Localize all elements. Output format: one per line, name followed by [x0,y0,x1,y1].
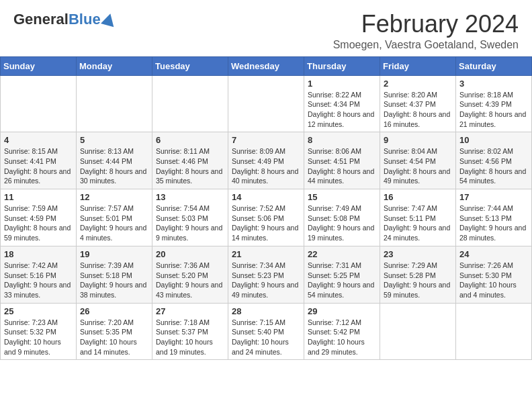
calendar-cell: 10Sunrise: 8:02 AM Sunset: 4:56 PM Dayli… [456,132,532,189]
calendar-cell: 3Sunrise: 8:18 AM Sunset: 4:39 PM Daylig… [456,75,532,132]
calendar-body: 1Sunrise: 8:22 AM Sunset: 4:34 PM Daylig… [1,75,532,360]
calendar-cell [77,75,152,132]
day-number: 14 [232,192,300,202]
day-number: 6 [156,135,224,145]
day-number: 2 [384,79,452,89]
calendar-cell: 12Sunrise: 7:57 AM Sunset: 5:01 PM Dayli… [77,189,152,246]
day-number: 22 [308,249,376,259]
day-info: Sunrise: 7:59 AM Sunset: 4:59 PM Dayligh… [4,203,73,243]
day-info: Sunrise: 8:18 AM Sunset: 4:39 PM Dayligh… [459,90,528,130]
day-number: 24 [459,249,528,259]
calendar-cell: 15Sunrise: 7:49 AM Sunset: 5:08 PM Dayli… [304,189,380,246]
logo-triangle-icon [101,12,117,28]
calendar-cell: 7Sunrise: 8:09 AM Sunset: 4:49 PM Daylig… [228,132,304,189]
calendar-cell: 13Sunrise: 7:54 AM Sunset: 5:03 PM Dayli… [152,189,228,246]
col-header-sunday: Sunday [1,56,77,75]
calendar-cell: 18Sunrise: 7:42 AM Sunset: 5:16 PM Dayli… [1,246,77,303]
logo: General Blue [13,11,116,28]
calendar-cell: 17Sunrise: 7:44 AM Sunset: 5:13 PM Dayli… [456,189,532,246]
day-info: Sunrise: 7:31 AM Sunset: 5:25 PM Dayligh… [308,261,376,300]
calendar-cell: 26Sunrise: 7:20 AM Sunset: 5:35 PM Dayli… [77,303,152,360]
day-info: Sunrise: 7:20 AM Sunset: 5:35 PM Dayligh… [80,318,148,357]
calendar-cell: 11Sunrise: 7:59 AM Sunset: 4:59 PM Dayli… [1,189,77,246]
day-number: 3 [459,79,528,89]
day-number: 21 [232,249,300,259]
day-number: 29 [308,306,376,316]
calendar-cell: 23Sunrise: 7:29 AM Sunset: 5:28 PM Dayli… [380,246,456,303]
calendar-cell: 2Sunrise: 8:20 AM Sunset: 4:37 PM Daylig… [380,75,456,132]
day-info: Sunrise: 7:44 AM Sunset: 5:13 PM Dayligh… [459,203,528,243]
col-header-wednesday: Wednesday [228,56,304,75]
calendar-cell: 22Sunrise: 7:31 AM Sunset: 5:25 PM Dayli… [304,246,380,303]
day-info: Sunrise: 8:11 AM Sunset: 4:46 PM Dayligh… [156,146,224,186]
calendar-cell [228,75,304,132]
day-info: Sunrise: 8:13 AM Sunset: 4:44 PM Dayligh… [80,146,148,186]
day-info: Sunrise: 7:47 AM Sunset: 5:11 PM Dayligh… [384,203,452,243]
calendar-cell: 24Sunrise: 7:26 AM Sunset: 5:30 PM Dayli… [456,246,532,303]
page-title: February 2024 [333,11,519,38]
day-info: Sunrise: 8:04 AM Sunset: 4:54 PM Dayligh… [384,146,452,186]
day-info: Sunrise: 8:22 AM Sunset: 4:34 PM Dayligh… [308,90,376,130]
calendar-cell [152,75,228,132]
day-info: Sunrise: 7:18 AM Sunset: 5:37 PM Dayligh… [156,318,224,357]
day-info: Sunrise: 7:23 AM Sunset: 5:32 PM Dayligh… [4,318,73,357]
calendar-cell: 21Sunrise: 7:34 AM Sunset: 5:23 PM Dayli… [228,246,304,303]
day-number: 19 [80,249,148,259]
day-number: 23 [384,249,452,259]
logo-general-text: General [13,11,69,28]
page-header: General Blue February 2024 Smoegen, Vaes… [0,0,532,56]
day-number: 8 [308,135,376,145]
col-header-saturday: Saturday [456,56,532,75]
day-number: 26 [80,306,148,316]
col-header-monday: Monday [77,56,152,75]
calendar-cell: 8Sunrise: 8:06 AM Sunset: 4:51 PM Daylig… [304,132,380,189]
day-number: 11 [4,192,73,202]
calendar-cell: 6Sunrise: 8:11 AM Sunset: 4:46 PM Daylig… [152,132,228,189]
day-info: Sunrise: 7:36 AM Sunset: 5:20 PM Dayligh… [156,261,224,300]
day-info: Sunrise: 8:15 AM Sunset: 4:41 PM Dayligh… [4,146,73,186]
day-number: 16 [384,192,452,202]
day-number: 17 [459,192,528,202]
day-number: 5 [80,135,148,145]
day-info: Sunrise: 8:09 AM Sunset: 4:49 PM Dayligh… [232,146,300,186]
day-number: 7 [232,135,300,145]
calendar-cell: 27Sunrise: 7:18 AM Sunset: 5:37 PM Dayli… [152,303,228,360]
calendar-cell: 29Sunrise: 7:12 AM Sunset: 5:42 PM Dayli… [304,303,380,360]
calendar-cell [1,75,77,132]
day-info: Sunrise: 7:15 AM Sunset: 5:40 PM Dayligh… [232,318,300,357]
day-number: 28 [232,306,300,316]
day-info: Sunrise: 8:02 AM Sunset: 4:56 PM Dayligh… [459,146,528,186]
page-subtitle: Smoegen, Vaestra Goetaland, Sweden [333,39,519,51]
day-number: 25 [4,306,73,316]
day-info: Sunrise: 7:26 AM Sunset: 5:30 PM Dayligh… [459,261,528,300]
day-info: Sunrise: 8:20 AM Sunset: 4:37 PM Dayligh… [384,90,452,130]
day-info: Sunrise: 8:06 AM Sunset: 4:51 PM Dayligh… [308,146,376,186]
calendar-cell [456,303,532,360]
calendar-cell: 28Sunrise: 7:15 AM Sunset: 5:40 PM Dayli… [228,303,304,360]
title-block: February 2024 Smoegen, Vaestra Goetaland… [333,11,519,51]
calendar-cell: 14Sunrise: 7:52 AM Sunset: 5:06 PM Dayli… [228,189,304,246]
calendar-cell: 5Sunrise: 8:13 AM Sunset: 4:44 PM Daylig… [77,132,152,189]
calendar-week-5: 25Sunrise: 7:23 AM Sunset: 5:32 PM Dayli… [1,303,532,360]
calendar-table: SundayMondayTuesdayWednesdayThursdayFrid… [0,56,532,361]
day-number: 12 [80,192,148,202]
calendar-cell: 9Sunrise: 8:04 AM Sunset: 4:54 PM Daylig… [380,132,456,189]
day-number: 18 [4,249,73,259]
calendar-week-3: 11Sunrise: 7:59 AM Sunset: 4:59 PM Dayli… [1,189,532,246]
calendar-week-1: 1Sunrise: 8:22 AM Sunset: 4:34 PM Daylig… [1,75,532,132]
col-header-friday: Friday [380,56,456,75]
day-number: 15 [308,192,376,202]
day-info: Sunrise: 7:42 AM Sunset: 5:16 PM Dayligh… [4,261,73,300]
day-info: Sunrise: 7:54 AM Sunset: 5:03 PM Dayligh… [156,203,224,243]
calendar-cell: 16Sunrise: 7:47 AM Sunset: 5:11 PM Dayli… [380,189,456,246]
calendar-header: SundayMondayTuesdayWednesdayThursdayFrid… [1,56,532,75]
calendar-cell: 25Sunrise: 7:23 AM Sunset: 5:32 PM Dayli… [1,303,77,360]
day-number: 10 [459,135,528,145]
calendar-cell: 1Sunrise: 8:22 AM Sunset: 4:34 PM Daylig… [304,75,380,132]
day-info: Sunrise: 7:29 AM Sunset: 5:28 PM Dayligh… [384,261,452,300]
calendar-cell [380,303,456,360]
day-info: Sunrise: 7:52 AM Sunset: 5:06 PM Dayligh… [232,203,300,243]
col-header-tuesday: Tuesday [152,56,228,75]
calendar-week-2: 4Sunrise: 8:15 AM Sunset: 4:41 PM Daylig… [1,132,532,189]
calendar-cell: 19Sunrise: 7:39 AM Sunset: 5:18 PM Dayli… [77,246,152,303]
